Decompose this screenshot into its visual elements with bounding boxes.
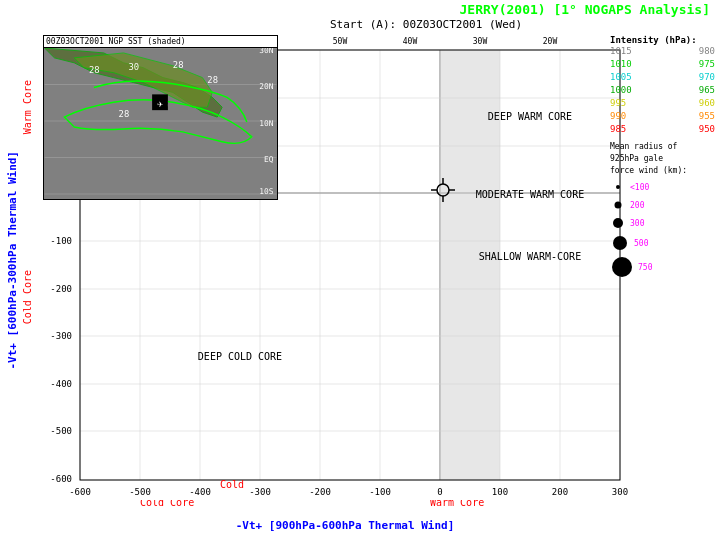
svg-text:30N: 30N <box>259 48 273 55</box>
svg-text:-600: -600 <box>69 487 91 497</box>
legend-row-3: 1000 965 <box>610 84 715 97</box>
svg-text:28: 28 <box>173 60 184 70</box>
svg-text:100: 100 <box>492 487 508 497</box>
legend-row-4: 995 960 <box>610 97 715 110</box>
svg-point-80 <box>613 218 623 228</box>
svg-text:30: 30 <box>128 62 139 72</box>
svg-text:40W: 40W <box>403 37 418 46</box>
x-axis-label: -Vt+ [900hPa-600hPa Thermal Wind] <box>50 519 640 532</box>
cold-bottom-label: Cold <box>220 479 244 490</box>
legend-radius-lt100: <100 <box>610 179 715 195</box>
svg-text:0: 0 <box>437 487 442 497</box>
svg-text:EQ: EQ <box>264 155 274 164</box>
svg-text:-500: -500 <box>129 487 151 497</box>
legend-radius-750: 750 <box>610 255 715 279</box>
svg-text:-400: -400 <box>189 487 211 497</box>
svg-text:DEEP WARM CORE: DEEP WARM CORE <box>488 111 572 122</box>
svg-point-82 <box>612 257 632 277</box>
y-axis-label: -Vt+ [600hPa-300hPa Thermal Wind] <box>3 50 21 470</box>
legend-radius-200: 200 <box>610 197 715 213</box>
svg-text:SHALLOW WARM-CORE: SHALLOW WARM-CORE <box>479 251 581 262</box>
svg-text:-300: -300 <box>249 487 271 497</box>
legend-row-6: 985 950 <box>610 123 715 136</box>
svg-text:300: 300 <box>612 487 628 497</box>
legend-row-0: 1015 980 <box>610 45 715 58</box>
legend-radius-300: 300 <box>610 215 715 231</box>
svg-text:-300: -300 <box>50 331 72 341</box>
svg-text:DEEP COLD CORE: DEEP COLD CORE <box>198 351 282 362</box>
svg-text:30W: 30W <box>473 37 488 46</box>
svg-text:10S: 10S <box>259 187 273 195</box>
legend-row-5: 990 955 <box>610 110 715 123</box>
warm-core-y-label: Warm Core <box>22 80 33 134</box>
svg-text:-600: -600 <box>50 474 72 484</box>
inset-svg: 30N 20N 10N EQ 10S 28 30 28 28 28 28 ✈ <box>44 48 277 195</box>
svg-text:28: 28 <box>207 75 218 85</box>
svg-text:-500: -500 <box>50 426 72 436</box>
svg-text:20N: 20N <box>259 82 273 91</box>
svg-text:20W: 20W <box>543 37 558 46</box>
svg-text:MODERATE WARM CORE: MODERATE WARM CORE <box>476 189 584 200</box>
svg-point-78 <box>616 185 620 189</box>
svg-text:-100: -100 <box>369 487 391 497</box>
legend-row-1: 1010 975 <box>610 58 715 71</box>
cold-core-y-label: Cold Core <box>22 270 33 324</box>
svg-text:-200: -200 <box>309 487 331 497</box>
legend-radius-500: 500 <box>610 233 715 253</box>
svg-text:-400: -400 <box>50 379 72 389</box>
svg-point-79 <box>615 202 622 209</box>
svg-text:200: 200 <box>552 487 568 497</box>
svg-text:-200: -200 <box>50 284 72 294</box>
main-container: JERRY(2001) [1° NOGAPS Analysis] Start (… <box>0 0 720 540</box>
svg-text:10N: 10N <box>259 119 273 128</box>
svg-text:50W: 50W <box>333 37 348 46</box>
svg-text:✈: ✈ <box>157 98 163 109</box>
svg-text:28: 28 <box>119 109 130 119</box>
legend-row-2: 1005 970 <box>610 71 715 84</box>
legend-area: Intensity (hPa): 1015 980 1010 975 1005 … <box>610 35 715 281</box>
svg-point-81 <box>613 236 627 250</box>
svg-text:-100: -100 <box>50 236 72 246</box>
svg-text:28: 28 <box>89 65 100 75</box>
legend-title: Intensity (hPa): <box>610 35 715 45</box>
inset-title: 00Z03OCT2001 NGP SST (shaded) <box>44 36 277 48</box>
legend-radius-title: Mean radius of925hPa galeforce wind (km)… <box>610 141 715 177</box>
chart-title: JERRY(2001) [1° NOGAPS Analysis] <box>460 2 710 17</box>
inset-map: 00Z03OCT2001 NGP SST (shaded) 30N 20N 10… <box>43 35 278 200</box>
